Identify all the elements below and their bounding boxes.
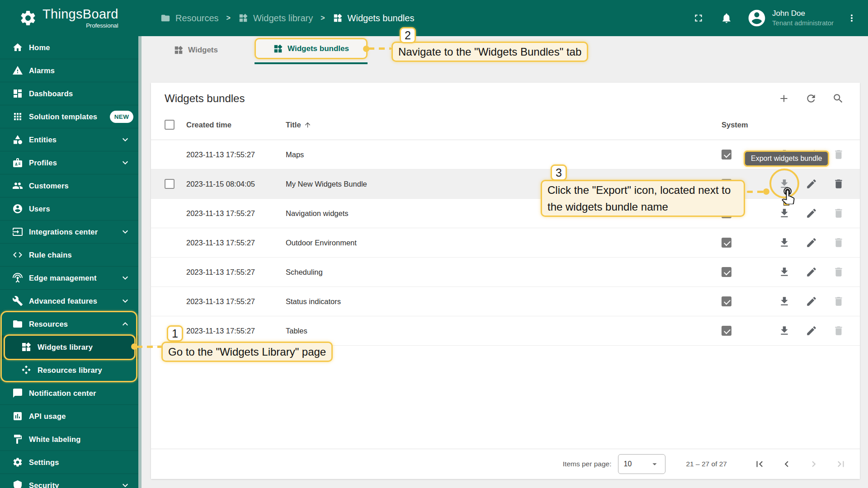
export-button[interactable] — [775, 263, 793, 281]
sidebar-item-label: Edge management — [29, 274, 97, 282]
delete-icon — [833, 149, 844, 160]
delete-button[interactable] — [830, 263, 848, 281]
edit-button[interactable] — [802, 263, 821, 281]
sidebar-item-users[interactable]: Users — [0, 197, 142, 221]
sidebar-item-rule-chains[interactable]: Rule chains — [0, 244, 142, 267]
row-actions — [756, 204, 860, 222]
more-vert-icon[interactable] — [846, 13, 857, 23]
sidebar-item-label: Widgets library — [38, 343, 93, 352]
sidebar-item-advanced-features[interactable]: Advanced features — [0, 290, 142, 313]
table-row-status-indicators[interactable]: 2023-11-13 17:55:27Status indicators — [151, 287, 860, 316]
table-row-scheduling[interactable]: 2023-11-13 17:55:27Scheduling — [151, 258, 860, 287]
card-toolbar — [775, 89, 847, 108]
table-header: Created time Title System — [151, 110, 860, 140]
caret-down-icon — [650, 459, 660, 469]
sidebar-item-resources[interactable]: Resources — [0, 313, 142, 336]
sidebar-item-settings[interactable]: Settings — [0, 451, 142, 474]
notifications-bell-icon[interactable] — [721, 12, 732, 24]
fullscreen-icon[interactable] — [693, 12, 704, 24]
sidebar-item-edge-management[interactable]: Edge management — [0, 267, 142, 290]
sidebar-item-notification-center[interactable]: Notification center — [0, 382, 142, 405]
table-body: 2023-11-13 17:55:27Maps2023-11-15 08:04:… — [151, 140, 860, 346]
last-page-button[interactable] — [835, 458, 847, 470]
edit-button[interactable] — [802, 145, 821, 164]
tab-widgets-bundles[interactable]: Widgets bundles — [255, 38, 368, 59]
sidebar-item-integrations-center[interactable]: Integrations center — [0, 221, 142, 244]
delete-button[interactable] — [830, 204, 848, 222]
sidebar-item-customers[interactable]: Customers — [0, 174, 142, 197]
avatar[interactable] — [747, 8, 767, 28]
export-button[interactable] — [775, 292, 793, 310]
export-button[interactable] — [775, 175, 793, 193]
build-icon — [12, 296, 23, 306]
download-icon — [778, 266, 790, 278]
table-row-tables[interactable]: 2023-11-13 17:55:27Tables — [151, 316, 860, 346]
next-page-button[interactable] — [808, 458, 820, 470]
system-checkbox[interactable] — [722, 326, 731, 336]
sidebar-item-resources-library[interactable]: Resources library — [0, 359, 142, 382]
previous-page-button[interactable] — [781, 458, 793, 470]
download-icon — [778, 237, 790, 249]
edit-button[interactable] — [802, 322, 821, 340]
edit-button[interactable] — [802, 292, 821, 310]
breadcrumb-item-widgets-bundles[interactable]: Widgets bundles — [333, 13, 415, 23]
table-row-my-new-widgets-bundle[interactable]: 2023-11-15 08:04:05My New Widgets Bundle — [151, 169, 860, 199]
export-button[interactable] — [775, 234, 793, 252]
sort-ascending-icon[interactable] — [304, 121, 311, 129]
page-size-value: 10 — [624, 460, 632, 468]
delete-button[interactable] — [830, 322, 848, 340]
sidebar-item-white-labeling[interactable]: White labeling — [0, 428, 142, 451]
add-button[interactable] — [778, 93, 790, 104]
sidebar-item-solution-templates[interactable]: Solution templatesNEW — [0, 105, 142, 128]
row-created-time: 2023-11-13 17:55:27 — [176, 239, 277, 247]
edit-button[interactable] — [802, 234, 821, 252]
new-badge: NEW — [110, 111, 133, 123]
sidebar-item-home[interactable]: Home — [0, 36, 142, 59]
edit-button[interactable] — [802, 204, 821, 222]
export-button[interactable] — [775, 145, 793, 164]
system-checkbox[interactable] — [722, 238, 731, 248]
export-button[interactable] — [775, 204, 793, 222]
sidebar-item-dashboards[interactable]: Dashboards — [0, 82, 142, 105]
row-checkbox[interactable] — [165, 179, 175, 189]
widgets-icon — [333, 13, 343, 23]
warning-icon — [12, 65, 23, 76]
table-row-outdoor-environment[interactable]: 2023-11-13 17:55:27Outdoor Environment — [151, 228, 860, 258]
breadcrumb-item-widgets-library[interactable]: Widgets library — [238, 13, 313, 23]
refresh-button[interactable] — [805, 93, 817, 104]
sidebar-item-profiles[interactable]: Profiles — [0, 151, 142, 174]
sidebar-scrollbar[interactable] — [138, 36, 142, 488]
delete-icon — [833, 266, 844, 278]
table-row-maps[interactable]: 2023-11-13 17:55:27Maps — [151, 140, 860, 169]
edit-button[interactable] — [802, 175, 821, 193]
system-checkbox[interactable] — [722, 208, 731, 218]
breadcrumb-item-resources[interactable]: Resources — [160, 13, 219, 23]
delete-button[interactable] — [830, 145, 848, 164]
system-checkbox[interactable] — [722, 296, 731, 306]
system-checkbox[interactable] — [722, 150, 731, 160]
row-actions — [756, 263, 860, 281]
sidebar-item-label: Integrations center — [29, 228, 98, 236]
sidebar-item-api-usage[interactable]: API usage — [0, 405, 142, 428]
app-header: ThingsBoard Professional Resources>Widge… — [0, 0, 868, 36]
search-button[interactable] — [832, 93, 844, 104]
column-header-created-time[interactable]: Created time — [176, 121, 277, 129]
select-all-checkbox[interactable] — [165, 120, 175, 130]
delete-button[interactable] — [830, 292, 848, 310]
column-header-title[interactable]: Title — [286, 121, 301, 129]
delete-button[interactable] — [830, 234, 848, 252]
page-size-select[interactable]: 10 — [618, 454, 665, 474]
export-button[interactable] — [775, 322, 793, 340]
system-checkbox[interactable] — [722, 267, 731, 277]
first-page-button[interactable] — [754, 458, 765, 470]
column-header-system[interactable]: System — [708, 121, 756, 129]
system-checkbox[interactable] — [722, 179, 731, 189]
sidebar-item-alarms[interactable]: Alarms — [0, 59, 142, 82]
sidebar-item-widgets-library[interactable]: Widgets library — [0, 336, 142, 359]
sidebar-item-security[interactable]: Security — [0, 474, 142, 488]
table-row-navigation-widgets[interactable]: 2023-11-13 17:55:27Navigation widgets — [151, 199, 860, 228]
sidebar-item-entities[interactable]: Entities — [0, 128, 142, 151]
chevron-up-icon — [120, 319, 131, 329]
tab-widgets[interactable]: Widgets — [160, 36, 232, 64]
delete-button[interactable] — [830, 175, 848, 193]
